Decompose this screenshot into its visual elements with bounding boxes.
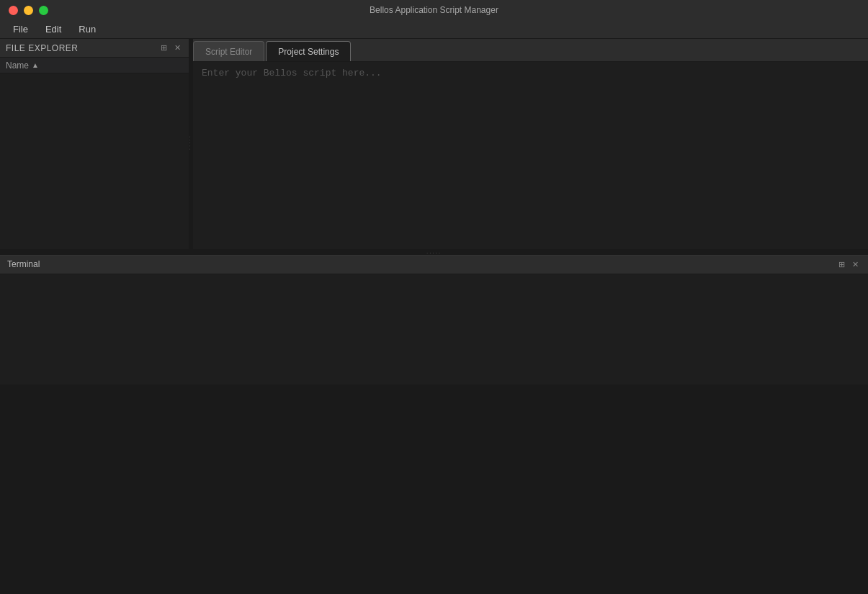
minimize-button[interactable]	[24, 6, 33, 15]
horizontal-resize-handle[interactable]: .....	[0, 249, 868, 255]
menu-edit[interactable]: Edit	[38, 22, 68, 36]
tab-project-settings[interactable]: Project Settings	[266, 41, 351, 61]
terminal-content[interactable]	[0, 274, 868, 384]
sidebar-column-header: Name ▲	[0, 58, 189, 73]
menu-bar: File Edit Run	[0, 20, 868, 39]
terminal-expand-icon[interactable]: ⊞	[836, 259, 847, 270]
bottom-area	[0, 384, 868, 595]
sidebar-icons: ⊞ ✕	[158, 42, 183, 53]
terminal-title: Terminal	[7, 259, 40, 269]
column-name-label: Name ▲	[6, 60, 39, 71]
editor-area: Script Editor Project Settings	[193, 39, 868, 249]
column-name-text: Name	[6, 60, 29, 71]
sidebar-close-icon[interactable]: ✕	[172, 42, 183, 53]
close-button[interactable]	[9, 6, 18, 15]
sidebar-expand-icon[interactable]: ⊞	[158, 42, 169, 53]
menu-file[interactable]: File	[6, 22, 35, 36]
resize-dots-v: .....	[188, 136, 194, 151]
window-title: Bellos Application Script Manager	[370, 5, 498, 15]
menu-run[interactable]: Run	[71, 22, 103, 36]
content-area: File Explorer ⊞ ✕ Name ▲ .....	[0, 39, 868, 249]
sidebar: File Explorer ⊞ ✕ Name ▲	[0, 39, 189, 249]
script-editor-textarea[interactable]	[202, 68, 859, 243]
sort-arrow-icon[interactable]: ▲	[32, 61, 39, 69]
sidebar-title: File Explorer	[6, 43, 79, 53]
terminal-icons: ⊞ ✕	[836, 259, 861, 270]
script-editor-content	[193, 62, 868, 249]
vertical-resize-handle[interactable]: .....	[189, 39, 193, 249]
tabs-bar: Script Editor Project Settings	[193, 39, 868, 62]
sidebar-content[interactable]	[0, 73, 189, 249]
tab-script-editor[interactable]: Script Editor	[193, 41, 264, 61]
title-bar: Bellos Application Script Manager	[0, 0, 868, 20]
maximize-button[interactable]	[39, 6, 48, 15]
terminal-area: Terminal ⊞ ✕	[0, 255, 868, 384]
sidebar-header: File Explorer ⊞ ✕	[0, 39, 189, 58]
window-controls	[9, 6, 48, 15]
main-layout: File Explorer ⊞ ✕ Name ▲ .....	[0, 39, 868, 594]
terminal-close-icon[interactable]: ✕	[850, 259, 861, 270]
terminal-header: Terminal ⊞ ✕	[0, 256, 868, 274]
